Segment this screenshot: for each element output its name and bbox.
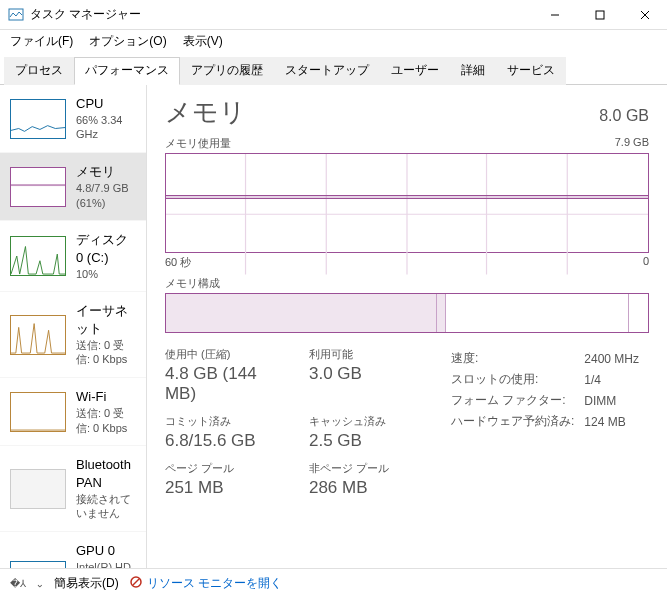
tab-startup[interactable]: スタートアップ [274, 57, 380, 85]
tab-performance[interactable]: パフォーマンス [74, 57, 180, 85]
fewer-details-button[interactable]: 簡易表示(D) [54, 575, 119, 592]
detail-capacity: 8.0 GB [599, 107, 649, 125]
titlebar: タスク マネージャー [0, 0, 667, 30]
sidebar-item-cpu[interactable]: CPU66% 3.34 GHz [0, 85, 146, 153]
ethernet-sparkline [10, 315, 66, 355]
wifi-sub: 送信: 0 受信: 0 Kbps [76, 406, 136, 436]
tab-details[interactable]: 詳細 [450, 57, 496, 85]
paged-value: 251 MB [165, 478, 285, 498]
sidebar-item-gpu[interactable]: GPU 0Intel(R) HD Graphics 630 6% [0, 532, 146, 568]
gpu-sparkline [10, 561, 66, 568]
committed-value: 6.8/15.6 GB [165, 431, 285, 451]
form-value: DIMM [584, 391, 647, 410]
tab-processes[interactable]: プロセス [4, 57, 74, 85]
svg-rect-2 [596, 11, 604, 19]
sidebar-item-disk[interactable]: ディスク 0 (C:)10% [0, 221, 146, 292]
tabs: プロセス パフォーマンス アプリの履歴 スタートアップ ユーザー 詳細 サービス [0, 52, 667, 85]
sidebar-item-wifi[interactable]: Wi-Fi送信: 0 受信: 0 Kbps [0, 378, 146, 446]
tab-app-history[interactable]: アプリの履歴 [180, 57, 274, 85]
collapse-icon[interactable]: �⅄ [10, 578, 26, 589]
speed-label: 速度: [451, 349, 582, 368]
svg-line-14 [133, 579, 139, 585]
in-use-label: 使用中 (圧縮) [165, 347, 285, 362]
usage-max: 7.9 GB [615, 136, 649, 151]
footer: �⅄ ⌃ 簡易表示(D) リソース モニターを開く [0, 568, 667, 593]
wifi-label: Wi-Fi [76, 388, 136, 406]
ethernet-label: イーサネット [76, 302, 136, 337]
disk-label: ディスク 0 (C:) [76, 231, 136, 266]
menu-options[interactable]: オプション(O) [83, 31, 172, 52]
available-label: 利用可能 [309, 347, 429, 362]
form-label: フォーム ファクター: [451, 391, 582, 410]
hardware-info: 速度:2400 MHz スロットの使用:1/4 フォーム ファクター:DIMM … [449, 347, 649, 508]
tab-services[interactable]: サービス [496, 57, 566, 85]
paged-label: ページ プール [165, 461, 285, 476]
memory-usage-chart [165, 153, 649, 253]
committed-label: コミット済み [165, 414, 285, 429]
cpu-sub: 66% 3.34 GHz [76, 113, 136, 143]
window-title: タスク マネージャー [30, 6, 532, 23]
memory-composition-chart [165, 293, 649, 333]
cpu-sparkline [10, 99, 66, 139]
menubar: ファイル(F) オプション(O) 表示(V) [0, 30, 667, 52]
maximize-button[interactable] [577, 0, 622, 30]
resmon-label: リソース モニターを開く [147, 575, 282, 592]
slots-label: スロットの使用: [451, 370, 582, 389]
resource-monitor-link[interactable]: リソース モニターを開く [129, 575, 282, 592]
disk-sparkline [10, 236, 66, 276]
cpu-label: CPU [76, 95, 136, 113]
bluetooth-label: Bluetooth PAN [76, 456, 136, 491]
available-value: 3.0 GB [309, 364, 429, 384]
app-icon [8, 7, 24, 23]
reserved-value: 124 MB [584, 412, 647, 431]
gpu-sub: Intel(R) HD Graphics 630 6% [76, 560, 136, 568]
speed-value: 2400 MHz [584, 349, 647, 368]
minimize-button[interactable] [532, 0, 577, 30]
memory-label: メモリ [76, 163, 136, 181]
reserved-label: ハードウェア予約済み: [451, 412, 582, 431]
memory-sparkline [10, 167, 66, 207]
memory-sub: 4.8/7.9 GB (61%) [76, 181, 136, 211]
cached-label: キャッシュ済み [309, 414, 429, 429]
svg-rect-5 [11, 184, 65, 186]
gpu-label: GPU 0 [76, 542, 136, 560]
menu-file[interactable]: ファイル(F) [4, 31, 79, 52]
disk-sub: 10% [76, 267, 136, 282]
sidebar-item-ethernet[interactable]: イーサネット送信: 0 受信: 0 Kbps [0, 292, 146, 378]
in-use-value: 4.8 GB (144 MB) [165, 364, 285, 404]
slots-value: 1/4 [584, 370, 647, 389]
ethernet-sub: 送信: 0 受信: 0 Kbps [76, 338, 136, 368]
resmon-icon [129, 575, 143, 592]
detail-title: メモリ [165, 95, 246, 130]
wifi-sparkline [10, 392, 66, 432]
menu-view[interactable]: 表示(V) [177, 31, 229, 52]
usage-label: メモリ使用量 [165, 136, 231, 151]
tab-users[interactable]: ユーザー [380, 57, 450, 85]
cached-value: 2.5 GB [309, 431, 429, 451]
bluetooth-sub: 接続されていません [76, 492, 136, 522]
nonpaged-value: 286 MB [309, 478, 429, 498]
sidebar-item-memory[interactable]: メモリ4.8/7.9 GB (61%) [0, 153, 146, 221]
bluetooth-sparkline [10, 469, 66, 509]
close-button[interactable] [622, 0, 667, 30]
chevron-up-icon: ⌃ [36, 578, 44, 589]
sidebar-item-bluetooth[interactable]: Bluetooth PAN接続されていません [0, 446, 146, 532]
detail-pane: メモリ 8.0 GB メモリ使用量 7.9 GB 60 秒 0 メモリ構成 使用… [146, 85, 667, 568]
sidebar: CPU66% 3.34 GHz メモリ4.8/7.9 GB (61%) ディスク… [0, 85, 146, 568]
composition-label: メモリ構成 [165, 276, 220, 291]
nonpaged-label: 非ページ プール [309, 461, 429, 476]
